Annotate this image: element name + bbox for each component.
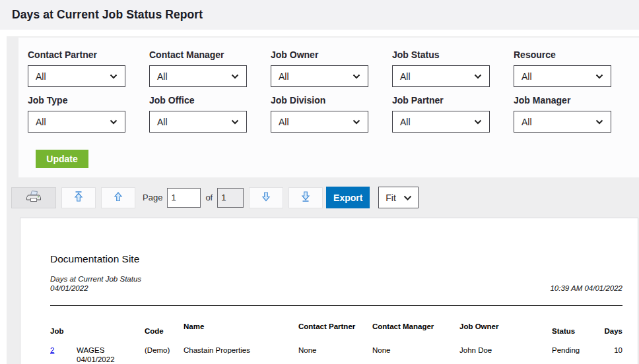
page-title: Days at Current Job Status Report xyxy=(0,0,639,22)
select-value: All xyxy=(521,117,532,127)
report-subheader: Days at Current Job Status 04/01/2022 10… xyxy=(50,274,622,293)
contact-manager-select[interactable]: All xyxy=(149,65,247,87)
header-job: Job xyxy=(50,327,63,335)
chevron-down-icon xyxy=(231,74,239,79)
filter-label: Job Manager xyxy=(514,95,611,106)
filter-label: Job Division xyxy=(271,95,368,106)
printer-icon xyxy=(25,189,42,206)
table-row: 2 WAGES 04/01/2022 (Demo) Chastain Prope… xyxy=(50,346,622,363)
chevron-down-icon xyxy=(595,119,603,125)
report-company-name: Documentation Site xyxy=(50,253,622,265)
current-page-input[interactable] xyxy=(167,188,201,208)
arrow-down-icon xyxy=(261,191,271,205)
chevron-down-icon xyxy=(403,193,412,203)
report-divider xyxy=(50,305,622,306)
title-bar: Days at Current Job Status Report xyxy=(0,0,639,30)
chevron-down-icon xyxy=(474,119,482,125)
filter-label: Job Owner xyxy=(271,49,368,60)
select-value: All xyxy=(279,117,289,127)
export-button[interactable]: Export xyxy=(326,187,370,208)
header-job-owner: Job Owner xyxy=(459,322,498,330)
report-date: 04/01/2022 xyxy=(50,284,141,293)
next-page-button[interactable] xyxy=(249,187,283,208)
cell-contact-manager: None xyxy=(372,346,391,354)
header-days: Days xyxy=(605,327,623,335)
filter-resource: Resource All xyxy=(514,49,611,87)
report-generated-timestamp: 10:39 AM 04/01/2022 xyxy=(550,284,622,293)
cell-days: 10 xyxy=(614,346,622,354)
select-value: All xyxy=(36,117,46,127)
filter-job-owner: Job Owner All xyxy=(271,49,368,87)
cell-code: (Demo) xyxy=(145,346,170,354)
header-contact-manager: Contact Manager xyxy=(372,322,434,330)
filter-job-type: Job Type All xyxy=(28,95,125,133)
content-area: Contact Partner All Contact Manager All … xyxy=(7,36,639,364)
filter-job-office: Job Office All xyxy=(149,95,247,133)
job-manager-select[interactable]: All xyxy=(514,111,611,133)
of-label: of xyxy=(205,193,213,202)
last-page-button[interactable] xyxy=(288,187,323,208)
header-code: Code xyxy=(145,327,164,335)
first-page-button[interactable] xyxy=(61,187,96,208)
filter-job-manager: Job Manager All xyxy=(514,95,611,133)
filter-panel: Contact Partner All Contact Manager All … xyxy=(18,38,639,177)
app-window: Days at Current Job Status Report Contac… xyxy=(0,0,639,364)
filter-label: Contact Manager xyxy=(149,49,247,60)
filter-contact-manager: Contact Manager All xyxy=(149,49,247,87)
total-pages-field xyxy=(217,188,244,208)
filter-label: Job Office xyxy=(149,95,247,106)
select-value: All xyxy=(157,117,168,127)
job-status-select[interactable]: All xyxy=(392,65,490,87)
contact-partner-select[interactable]: All xyxy=(28,65,125,87)
filter-job-partner: Job Partner All xyxy=(392,95,490,133)
job-type-select[interactable]: All xyxy=(28,111,125,133)
header-contact-partner: Contact Partner xyxy=(298,322,355,330)
filter-label: Job Status xyxy=(392,49,490,60)
select-value: All xyxy=(400,71,411,82)
header-status: Status xyxy=(552,327,575,335)
job-office-select[interactable]: All xyxy=(149,111,247,133)
select-value: All xyxy=(36,71,46,82)
previous-page-button[interactable] xyxy=(101,187,135,208)
cell-name: Chastain Properties xyxy=(184,346,250,354)
report-toolbar: Page of Export xyxy=(11,187,419,208)
report-preview-page: Documentation Site Days at Current Job S… xyxy=(20,218,638,364)
job-link[interactable]: 2 xyxy=(50,346,54,354)
job-division-select[interactable]: All xyxy=(271,111,368,133)
chevron-down-icon xyxy=(110,74,118,79)
filter-contact-partner: Contact Partner All xyxy=(28,49,125,87)
chevron-down-icon xyxy=(110,119,118,125)
filter-row-2: Job Type All Job Office All Job Division xyxy=(28,95,639,133)
report-table-header-row: Job Code Name Contact Partner Contact Ma… xyxy=(50,327,622,336)
select-value: All xyxy=(157,71,168,82)
update-button[interactable]: Update xyxy=(36,150,88,168)
arrow-down-bar-icon xyxy=(300,191,311,205)
cell-job-name: WAGES 04/01/2022 xyxy=(77,346,115,364)
filter-job-status: Job Status All xyxy=(392,49,490,87)
header-name: Name xyxy=(184,322,204,330)
job-owner-select[interactable]: All xyxy=(271,65,368,87)
report-title-block: Days at Current Job Status 04/01/2022 xyxy=(50,274,141,293)
select-value: All xyxy=(279,71,289,82)
resource-select[interactable]: All xyxy=(514,65,611,87)
cell-contact-partner: None xyxy=(298,346,317,354)
job-name-line2: 04/01/2022 xyxy=(77,355,115,363)
chevron-down-icon xyxy=(474,74,482,79)
filter-row-1: Contact Partner All Contact Manager All … xyxy=(28,49,639,87)
job-partner-select[interactable]: All xyxy=(392,111,490,133)
job-name-line1: WAGES xyxy=(77,346,104,354)
chevron-down-icon xyxy=(353,74,360,79)
print-button[interactable] xyxy=(11,187,56,208)
cell-status: Pending xyxy=(552,346,580,354)
select-value: All xyxy=(521,71,532,82)
chevron-down-icon xyxy=(231,119,239,125)
report-title: Days at Current Job Status xyxy=(50,274,141,284)
cell-job-number: 2 xyxy=(50,346,54,354)
filter-label: Job Partner xyxy=(392,95,490,106)
cell-job-owner: John Doe xyxy=(459,346,492,354)
filter-label: Resource xyxy=(514,49,611,60)
report-table: Job Code Name Contact Partner Contact Ma… xyxy=(50,327,622,363)
zoom-fit-select[interactable]: Fit xyxy=(378,187,419,208)
select-value: All xyxy=(400,117,411,127)
page-label: Page xyxy=(143,193,162,202)
